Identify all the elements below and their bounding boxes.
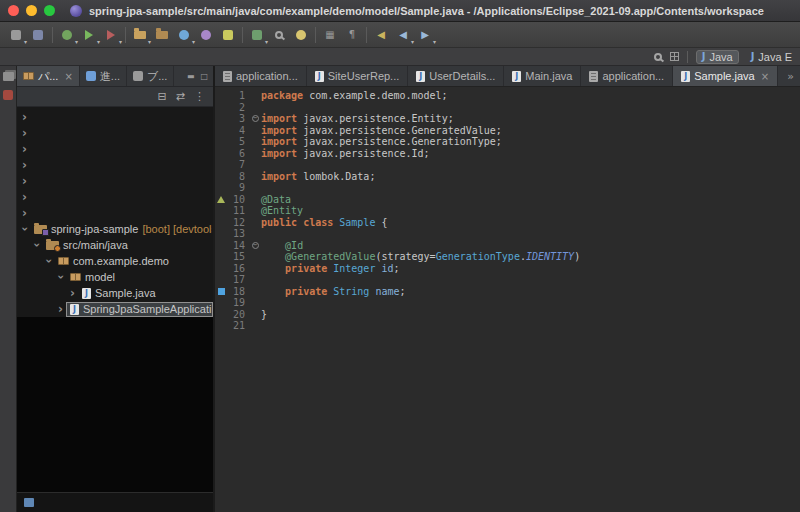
tree-item[interactable]: › [17,173,213,189]
new-interface-button-glyph [201,30,211,40]
java-file-icon: J [70,304,79,315]
code-token: private [285,286,333,297]
tree-item-label: com.example.demo [73,255,169,267]
chevron-down-icon[interactable]: › [20,224,30,235]
last-edit-location-button[interactable]: ◀ [370,25,392,45]
chevron-right-icon[interactable]: › [19,208,30,218]
close-tab-icon[interactable]: × [64,71,72,82]
new-annotation-button[interactable] [217,25,239,45]
tree-item[interactable]: ›JSpringJpaSampleApplicati [17,301,213,317]
minimize-view-button[interactable]: ▬ [187,72,195,81]
task-view-icon[interactable] [3,90,13,100]
chevron-right-icon[interactable]: › [67,288,78,298]
view-tab[interactable]: パ...× [17,66,80,86]
tree-item[interactable]: ›com.example.demo [17,253,213,269]
collapse-all-button[interactable]: ⊟ [158,90,167,103]
chevron-down-icon[interactable]: › [44,256,54,267]
code-line: 4import javax.persistence.GeneratedValue… [215,125,800,137]
view-tab[interactable]: ブ... [127,66,174,86]
external-tools-button[interactable]: ▾ [100,25,122,45]
editor-tab[interactable]: JUserDetails... [408,66,504,86]
perspective-buttons: JJavaJJava E [696,50,798,64]
code-token: @Entity [261,205,303,216]
tree-item[interactable]: ›JSample.java [17,285,213,301]
new-folder-button[interactable] [151,25,173,45]
tree-item[interactable]: ›spring-jpa-sample [boot] [devtools] [17,221,213,237]
tab-overflow-chevron[interactable]: » [781,66,800,86]
open-perspective-icon[interactable] [670,52,679,61]
restore-view-icon[interactable] [3,72,14,81]
chevron-right-icon[interactable]: › [19,128,30,138]
tree-item[interactable]: › [17,109,213,125]
editor-tab[interactable]: JSiteUserRep... [307,66,409,86]
tree-item[interactable]: › [17,205,213,221]
view-menu-button[interactable]: ⋮ [194,90,205,103]
window-close-button[interactable] [8,5,19,16]
maximize-view-button[interactable]: □ [200,72,208,81]
run-button[interactable]: ▾ [78,25,100,45]
show-whitespace-button[interactable]: ¶ [341,25,363,45]
code-text: import lombok.Data; [261,171,375,183]
save-button[interactable] [27,25,49,45]
project-tree[interactable]: ››››››››spring-jpa-sample [boot] [devtoo… [17,107,213,317]
code-text: @Id [261,240,303,252]
perspective-java[interactable]: JJava [696,50,739,64]
new-wizard-button[interactable]: ▾ [5,25,27,45]
fold-ruler[interactable]: − [249,242,261,249]
search-icon[interactable] [654,53,662,61]
fold-ruler[interactable]: − [249,115,261,122]
open-task-button-glyph [252,30,262,40]
editor-tab[interactable]: application... [581,66,673,86]
new-interface-button[interactable] [195,25,217,45]
mark-occurrences-button[interactable]: ▦ [319,25,341,45]
new-class-button[interactable]: ▾ [173,25,195,45]
tree-item[interactable]: ›src/main/java [17,237,213,253]
tree-item[interactable]: ›model [17,269,213,285]
editor-tab[interactable]: JMain.java [504,66,581,86]
package-explorer-panel: パ...×進...ブ...▬□ ⊟⇄⋮ ››››››››spring-jpa-s… [17,66,215,512]
chevron-right-icon[interactable]: › [19,112,30,122]
debug-button[interactable]: ▾ [56,25,78,45]
forward-button[interactable]: ▶▾ [414,25,436,45]
tree-item[interactable]: › [17,189,213,205]
code-area[interactable]: 1package com.example.demo.model;23−impor… [215,87,800,512]
save-button-glyph [33,30,43,40]
back-button[interactable]: ◀▾ [392,25,414,45]
tree-item[interactable]: › [17,125,213,141]
window-minimize-button[interactable] [26,5,37,16]
chevron-right-icon[interactable]: › [55,304,66,314]
toolbar-separator [315,27,316,43]
chevron-right-icon[interactable]: › [19,144,30,154]
fold-collapse-icon[interactable]: − [252,242,259,249]
editor-tab[interactable]: application... [215,66,307,86]
chevron-right-icon[interactable]: › [19,192,30,202]
perspective-java-e[interactable]: JJava E [745,50,798,64]
chevron-down-icon[interactable]: › [56,272,66,283]
chevron-right-icon[interactable]: › [19,160,30,170]
open-type-button[interactable] [290,25,312,45]
tree-item[interactable]: › [17,157,213,173]
mark-occurrences-button-glyph: ▦ [325,30,334,40]
fold-collapse-icon[interactable]: − [252,115,259,122]
code-line: 15 @GeneratedValue(strategy=GenerationTy… [215,251,800,263]
window-maximize-button[interactable] [44,5,55,16]
editor-tab[interactable]: JSample.java× [673,66,778,86]
view-toolbar: ⊟⇄⋮ [17,87,213,107]
editor-area: application...JSiteUserRep...JUserDetail… [215,66,800,512]
minimized-console-icon[interactable] [24,498,34,507]
last-edit-location-button-glyph: ◀ [377,30,385,40]
chevron-down-icon[interactable]: › [32,240,42,251]
new-java-project-button[interactable]: ▾ [129,25,151,45]
code-token: String [333,286,369,297]
line-number: 16 [227,263,249,275]
chevron-right-icon[interactable]: › [19,176,30,186]
code-line: 3−import javax.persistence.Entity; [215,113,800,125]
close-tab-icon[interactable]: × [761,71,769,82]
view-tab[interactable]: 進... [80,66,127,86]
new-class-button-glyph [179,30,189,40]
search-button[interactable] [268,25,290,45]
open-task-button[interactable]: ▾ [246,25,268,45]
tree-item[interactable]: › [17,141,213,157]
link-with-editor-button[interactable]: ⇄ [176,90,185,103]
code-token: @Data [261,194,291,205]
